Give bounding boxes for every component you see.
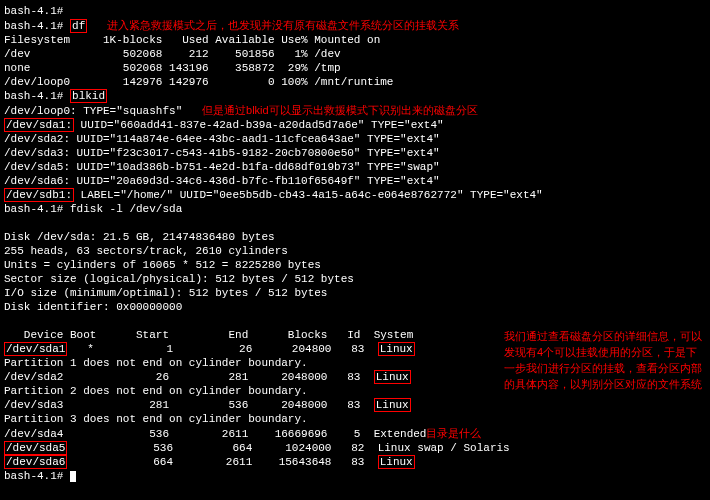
linux-box: Linux <box>378 342 415 356</box>
fdisk-info: Disk /dev/sda: 21.5 GB, 21474836480 byte… <box>4 230 706 244</box>
fdisk-info: Units = cylinders of 16065 * 512 = 82252… <box>4 258 706 272</box>
partition-row: /dev/sda6 664 2611 15643648 83 Linux <box>4 455 706 469</box>
sda1-box: /dev/sda1 <box>4 342 67 356</box>
blkid-sdb1-box: /dev/sdb1: <box>4 188 74 202</box>
sda6-box: /dev/sda6 <box>4 455 67 469</box>
cursor-icon <box>70 471 76 482</box>
linux-box: Linux <box>374 370 411 384</box>
fdisk-info: Sector size (logical/physical): 512 byte… <box>4 272 706 286</box>
df-row: none 502068 143196 358872 29% /tmp <box>4 61 706 75</box>
blkid-command-line: bash-4.1# blkid <box>4 89 706 103</box>
annotation-dir: 目录是什么 <box>426 427 481 439</box>
df-row: /dev 502068 212 501856 1% /dev <box>4 47 706 61</box>
blkid-row: /dev/sdb1: LABEL="/home/" UUID="0ee5b5db… <box>4 188 706 202</box>
blkid-sda1-box: /dev/sda1: <box>4 118 74 132</box>
df-header: Filesystem 1K-blocks Used Available Use%… <box>4 33 706 47</box>
partition-row: /dev/sda3 281 536 2048000 83 Linux <box>4 398 706 412</box>
blkid-row: /dev/sda1: UUID="660add41-837e-42ad-b39a… <box>4 118 706 132</box>
fdisk-command: bash-4.1# fdisk -l /dev/sda <box>4 202 706 216</box>
df-command-box: df <box>70 19 87 33</box>
fdisk-info: I/O size (minimum/optimal): 512 bytes / … <box>4 286 706 300</box>
blkid-row: /dev/sda6: UUID="20a69d3d-34c6-436d-b7fc… <box>4 174 706 188</box>
partition-row: /dev/sda5 536 664 1024000 82 Linux swap … <box>4 441 706 455</box>
df-command-line: bash-4.1# df 进入紧急救援模式之后，也发现并没有原有磁盘文件系统分区… <box>4 18 706 33</box>
prompt-line: bash-4.1# <box>4 4 706 18</box>
blkid-row: /dev/sda2: UUID="114a874e-64ee-43bc-aad1… <box>4 132 706 146</box>
blkid-row: /dev/sda3: UUID="f23c3017-c543-41b5-9182… <box>4 146 706 160</box>
prompt-end[interactable]: bash-4.1# <box>4 469 706 483</box>
blkid-row: /dev/sda5: UUID="10ad386b-b751-4e2d-b1fa… <box>4 160 706 174</box>
sda5-box: /dev/sda5 <box>4 441 67 455</box>
annotation-df: 进入紧急救援模式之后，也发现并没有原有磁盘文件系统分区的挂载关系 <box>107 19 459 31</box>
df-row: /dev/loop0 142976 142976 0 100% /mnt/run… <box>4 75 706 89</box>
linux-box: Linux <box>374 398 411 412</box>
annotation-blkid: 但是通过blkid可以显示出救援模式下识别出来的磁盘分区 <box>202 104 478 116</box>
blkid-loop: /dev/loop0: TYPE="squashfs" 但是通过blkid可以显… <box>4 103 706 118</box>
partition-row: /dev/sda4 536 2611 16669696 5 Extended目录… <box>4 426 706 441</box>
fdisk-info: Disk identifier: 0x00000000 <box>4 300 706 314</box>
partition-warning: Partition 3 does not end on cylinder bou… <box>4 412 706 426</box>
blkid-command-box: blkid <box>70 89 107 103</box>
annotation-partition: 我们通过查看磁盘分区的详细信息，可以发现有4个可以挂载使用的分区，于是下一步我们… <box>504 328 704 392</box>
fdisk-info: 255 heads, 63 sectors/track, 2610 cylind… <box>4 244 706 258</box>
linux-box: Linux <box>378 455 415 469</box>
